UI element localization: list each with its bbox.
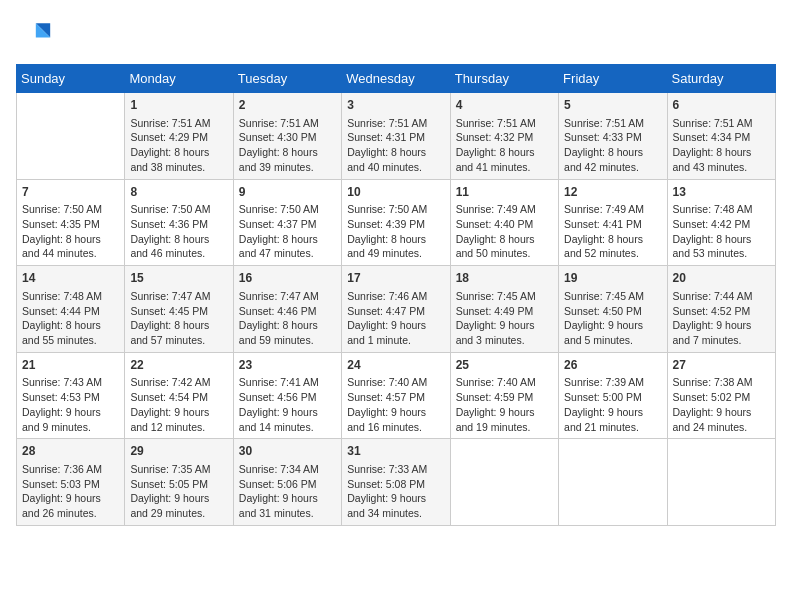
- day-info: Sunrise: 7:51 AMSunset: 4:31 PMDaylight:…: [347, 116, 444, 175]
- header-day-wednesday: Wednesday: [342, 65, 450, 93]
- header-day-monday: Monday: [125, 65, 233, 93]
- day-number: 23: [239, 357, 336, 374]
- week-row-2: 14Sunrise: 7:48 AMSunset: 4:44 PMDayligh…: [17, 266, 776, 353]
- calendar-cell: 25Sunrise: 7:40 AMSunset: 4:59 PMDayligh…: [450, 352, 558, 439]
- calendar-cell: 8Sunrise: 7:50 AMSunset: 4:36 PMDaylight…: [125, 179, 233, 266]
- page-header: [16, 16, 776, 52]
- day-number: 30: [239, 443, 336, 460]
- day-info: Sunrise: 7:34 AMSunset: 5:06 PMDaylight:…: [239, 462, 336, 521]
- calendar-cell: 23Sunrise: 7:41 AMSunset: 4:56 PMDayligh…: [233, 352, 341, 439]
- week-row-0: 1Sunrise: 7:51 AMSunset: 4:29 PMDaylight…: [17, 93, 776, 180]
- day-number: 20: [673, 270, 770, 287]
- calendar-cell: 26Sunrise: 7:39 AMSunset: 5:00 PMDayligh…: [559, 352, 667, 439]
- day-number: 26: [564, 357, 661, 374]
- calendar-table: SundayMondayTuesdayWednesdayThursdayFrid…: [16, 64, 776, 526]
- header-day-thursday: Thursday: [450, 65, 558, 93]
- day-info: Sunrise: 7:41 AMSunset: 4:56 PMDaylight:…: [239, 375, 336, 434]
- calendar-cell: 15Sunrise: 7:47 AMSunset: 4:45 PMDayligh…: [125, 266, 233, 353]
- day-number: 17: [347, 270, 444, 287]
- header-day-sunday: Sunday: [17, 65, 125, 93]
- calendar-cell: 21Sunrise: 7:43 AMSunset: 4:53 PMDayligh…: [17, 352, 125, 439]
- day-info: Sunrise: 7:33 AMSunset: 5:08 PMDaylight:…: [347, 462, 444, 521]
- calendar-cell: 11Sunrise: 7:49 AMSunset: 4:40 PMDayligh…: [450, 179, 558, 266]
- day-info: Sunrise: 7:40 AMSunset: 4:59 PMDaylight:…: [456, 375, 553, 434]
- calendar-cell: 1Sunrise: 7:51 AMSunset: 4:29 PMDaylight…: [125, 93, 233, 180]
- day-number: 31: [347, 443, 444, 460]
- day-info: Sunrise: 7:35 AMSunset: 5:05 PMDaylight:…: [130, 462, 227, 521]
- calendar-cell: 17Sunrise: 7:46 AMSunset: 4:47 PMDayligh…: [342, 266, 450, 353]
- calendar-cell: 30Sunrise: 7:34 AMSunset: 5:06 PMDayligh…: [233, 439, 341, 526]
- calendar-header: SundayMondayTuesdayWednesdayThursdayFrid…: [17, 65, 776, 93]
- day-number: 14: [22, 270, 119, 287]
- header-row: SundayMondayTuesdayWednesdayThursdayFrid…: [17, 65, 776, 93]
- day-number: 24: [347, 357, 444, 374]
- calendar-cell: 14Sunrise: 7:48 AMSunset: 4:44 PMDayligh…: [17, 266, 125, 353]
- day-number: 4: [456, 97, 553, 114]
- header-day-saturday: Saturday: [667, 65, 775, 93]
- calendar-cell: [450, 439, 558, 526]
- day-number: 12: [564, 184, 661, 201]
- header-day-tuesday: Tuesday: [233, 65, 341, 93]
- day-info: Sunrise: 7:49 AMSunset: 4:41 PMDaylight:…: [564, 202, 661, 261]
- day-number: 10: [347, 184, 444, 201]
- day-info: Sunrise: 7:51 AMSunset: 4:29 PMDaylight:…: [130, 116, 227, 175]
- day-info: Sunrise: 7:48 AMSunset: 4:44 PMDaylight:…: [22, 289, 119, 348]
- calendar-cell: 3Sunrise: 7:51 AMSunset: 4:31 PMDaylight…: [342, 93, 450, 180]
- calendar-cell: 6Sunrise: 7:51 AMSunset: 4:34 PMDaylight…: [667, 93, 775, 180]
- day-number: 27: [673, 357, 770, 374]
- day-info: Sunrise: 7:49 AMSunset: 4:40 PMDaylight:…: [456, 202, 553, 261]
- day-number: 25: [456, 357, 553, 374]
- day-number: 29: [130, 443, 227, 460]
- day-number: 21: [22, 357, 119, 374]
- calendar-cell: [667, 439, 775, 526]
- day-info: Sunrise: 7:50 AMSunset: 4:35 PMDaylight:…: [22, 202, 119, 261]
- day-number: 28: [22, 443, 119, 460]
- day-info: Sunrise: 7:40 AMSunset: 4:57 PMDaylight:…: [347, 375, 444, 434]
- day-info: Sunrise: 7:47 AMSunset: 4:46 PMDaylight:…: [239, 289, 336, 348]
- week-row-4: 28Sunrise: 7:36 AMSunset: 5:03 PMDayligh…: [17, 439, 776, 526]
- day-info: Sunrise: 7:50 AMSunset: 4:39 PMDaylight:…: [347, 202, 444, 261]
- day-info: Sunrise: 7:50 AMSunset: 4:36 PMDaylight:…: [130, 202, 227, 261]
- calendar-cell: 10Sunrise: 7:50 AMSunset: 4:39 PMDayligh…: [342, 179, 450, 266]
- day-info: Sunrise: 7:50 AMSunset: 4:37 PMDaylight:…: [239, 202, 336, 261]
- day-number: 8: [130, 184, 227, 201]
- week-row-1: 7Sunrise: 7:50 AMSunset: 4:35 PMDaylight…: [17, 179, 776, 266]
- day-number: 19: [564, 270, 661, 287]
- day-number: 6: [673, 97, 770, 114]
- day-info: Sunrise: 7:43 AMSunset: 4:53 PMDaylight:…: [22, 375, 119, 434]
- calendar-cell: 24Sunrise: 7:40 AMSunset: 4:57 PMDayligh…: [342, 352, 450, 439]
- calendar-cell: 16Sunrise: 7:47 AMSunset: 4:46 PMDayligh…: [233, 266, 341, 353]
- calendar-cell: 18Sunrise: 7:45 AMSunset: 4:49 PMDayligh…: [450, 266, 558, 353]
- calendar-body: 1Sunrise: 7:51 AMSunset: 4:29 PMDaylight…: [17, 93, 776, 526]
- day-info: Sunrise: 7:51 AMSunset: 4:33 PMDaylight:…: [564, 116, 661, 175]
- calendar-cell: 9Sunrise: 7:50 AMSunset: 4:37 PMDaylight…: [233, 179, 341, 266]
- calendar-cell: 13Sunrise: 7:48 AMSunset: 4:42 PMDayligh…: [667, 179, 775, 266]
- calendar-cell: 5Sunrise: 7:51 AMSunset: 4:33 PMDaylight…: [559, 93, 667, 180]
- day-number: 22: [130, 357, 227, 374]
- calendar-cell: 28Sunrise: 7:36 AMSunset: 5:03 PMDayligh…: [17, 439, 125, 526]
- day-info: Sunrise: 7:38 AMSunset: 5:02 PMDaylight:…: [673, 375, 770, 434]
- calendar-cell: 12Sunrise: 7:49 AMSunset: 4:41 PMDayligh…: [559, 179, 667, 266]
- day-number: 11: [456, 184, 553, 201]
- day-info: Sunrise: 7:45 AMSunset: 4:49 PMDaylight:…: [456, 289, 553, 348]
- day-number: 16: [239, 270, 336, 287]
- calendar-cell: 7Sunrise: 7:50 AMSunset: 4:35 PMDaylight…: [17, 179, 125, 266]
- logo-icon: [16, 16, 52, 52]
- day-number: 9: [239, 184, 336, 201]
- calendar-cell: 2Sunrise: 7:51 AMSunset: 4:30 PMDaylight…: [233, 93, 341, 180]
- logo: [16, 16, 56, 52]
- day-number: 7: [22, 184, 119, 201]
- day-number: 1: [130, 97, 227, 114]
- calendar-cell: 4Sunrise: 7:51 AMSunset: 4:32 PMDaylight…: [450, 93, 558, 180]
- day-number: 2: [239, 97, 336, 114]
- day-number: 5: [564, 97, 661, 114]
- day-number: 15: [130, 270, 227, 287]
- day-info: Sunrise: 7:47 AMSunset: 4:45 PMDaylight:…: [130, 289, 227, 348]
- calendar-cell: [559, 439, 667, 526]
- day-info: Sunrise: 7:45 AMSunset: 4:50 PMDaylight:…: [564, 289, 661, 348]
- day-info: Sunrise: 7:46 AMSunset: 4:47 PMDaylight:…: [347, 289, 444, 348]
- day-info: Sunrise: 7:48 AMSunset: 4:42 PMDaylight:…: [673, 202, 770, 261]
- calendar-cell: [17, 93, 125, 180]
- day-info: Sunrise: 7:36 AMSunset: 5:03 PMDaylight:…: [22, 462, 119, 521]
- week-row-3: 21Sunrise: 7:43 AMSunset: 4:53 PMDayligh…: [17, 352, 776, 439]
